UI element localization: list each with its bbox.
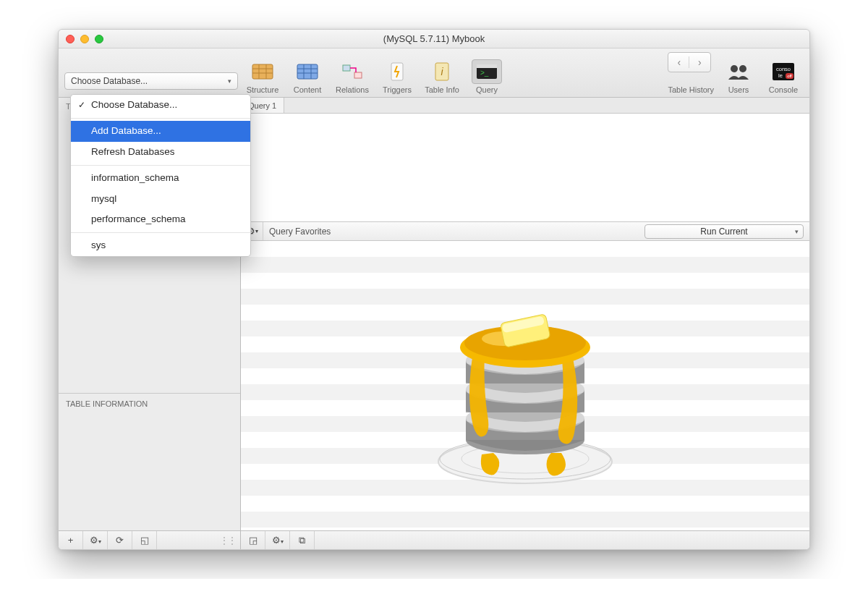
toolbar: Choose Database... ▾ Choose Database... …: [59, 48, 809, 98]
query-tabbar: Query 1: [241, 98, 809, 114]
dropdown-db-item[interactable]: sys: [71, 235, 250, 256]
svg-text:le: le: [778, 72, 783, 79]
dropdown-add-database[interactable]: Add Database...: [71, 121, 250, 142]
toolbar-table-info[interactable]: i Table Info: [422, 59, 462, 94]
svg-rect-10: [343, 65, 350, 71]
triggers-icon: [390, 62, 404, 81]
history-back-icon[interactable]: ‹: [669, 56, 689, 68]
toolbar-table-history-label: Table History: [668, 85, 714, 94]
maximize-window-button[interactable]: [95, 35, 103, 43]
relations-icon: [341, 63, 363, 80]
svg-rect-11: [354, 72, 362, 78]
results-area: [241, 241, 809, 530]
database-select-label: Choose Database...: [71, 76, 148, 86]
query-editor[interactable]: [241, 114, 809, 222]
gear-icon: ⚙︎▾: [90, 535, 101, 546]
plus-icon: +: [68, 535, 74, 546]
minimize-window-button[interactable]: [80, 35, 89, 43]
info-icon: i: [434, 62, 450, 81]
svg-point-19: [739, 65, 746, 72]
structure-icon: [252, 63, 273, 80]
database-select[interactable]: Choose Database... ▾: [64, 72, 238, 90]
svg-point-18: [731, 65, 738, 72]
footer-copy-button[interactable]: ⧉: [290, 531, 315, 549]
svg-rect-5: [297, 64, 318, 79]
app-window: (MySQL 5.7.11) Mybook Choose Database...…: [58, 29, 810, 550]
content-icon: [297, 63, 318, 80]
main-panel: Query 1 ⚙︎▾ Query Favorites Run Current: [241, 98, 809, 549]
titlebar: (MySQL 5.7.11) Mybook: [59, 30, 809, 48]
expand-icon: ◲: [249, 535, 258, 546]
panel-icon: ◱: [140, 535, 149, 546]
svg-text:>_: >_: [480, 69, 489, 77]
copy-icon: ⧉: [299, 535, 305, 546]
toolbar-relations[interactable]: Relations: [332, 59, 373, 94]
toolbar-users[interactable]: Users: [718, 59, 759, 94]
footer-gear-menu[interactable]: ⚙︎▾: [265, 531, 290, 549]
history-forward-icon[interactable]: ›: [689, 56, 710, 68]
table-information-label: TABLE INFORMATION: [66, 399, 148, 408]
dropdown-refresh-databases[interactable]: Refresh Databases: [71, 142, 250, 163]
console-icon: consoleoff: [772, 62, 795, 81]
svg-text:conso: conso: [776, 66, 791, 72]
toolbar-structure[interactable]: Structure: [242, 59, 283, 94]
database-dropdown: Choose Database... Add Database... Refre…: [70, 94, 251, 257]
toolbar-console[interactable]: consoleoff Console: [763, 59, 804, 94]
window-title: (MySQL 5.7.11) Mybook: [59, 33, 809, 44]
svg-rect-16: [477, 64, 497, 68]
sidebar-action-menu[interactable]: ⚙︎▾: [83, 531, 108, 549]
users-icon: [727, 62, 750, 81]
close-window-button[interactable]: [66, 35, 75, 43]
sidebar-footer: + ⚙︎▾ ⟳ ◱ ⋮⋮: [59, 530, 240, 549]
toolbar-triggers[interactable]: Triggers: [377, 59, 417, 94]
query-toolbar: ⚙︎▾ Query Favorites Run Current: [241, 222, 809, 241]
table-history-nav[interactable]: ‹ ›: [668, 52, 711, 72]
query-icon: >_: [476, 63, 498, 80]
svg-text:off: off: [787, 74, 792, 78]
dropdown-db-item[interactable]: performance_schema: [71, 209, 250, 230]
dropdown-db-item[interactable]: information_schema: [71, 168, 250, 189]
run-query-button[interactable]: Run Current: [644, 224, 804, 239]
toggle-panel-button[interactable]: ◱: [132, 531, 157, 549]
add-button[interactable]: +: [59, 531, 83, 549]
dropdown-choose-database[interactable]: Choose Database...: [71, 95, 250, 116]
chevron-down-icon: ▾: [228, 77, 231, 85]
refresh-button[interactable]: ⟳: [108, 531, 132, 549]
refresh-icon: ⟳: [116, 535, 124, 546]
main-footer: ◲ ⚙︎▾ ⧉: [241, 530, 809, 549]
resize-grip[interactable]: ⋮⋮: [216, 535, 240, 546]
svg-rect-0: [252, 64, 273, 79]
toolbar-content[interactable]: Content: [287, 59, 328, 94]
toolbar-query[interactable]: >_ Query: [467, 59, 507, 94]
gear-icon: ⚙︎▾: [272, 535, 284, 546]
pancake-icon: [417, 274, 634, 498]
footer-expand-button[interactable]: ◲: [241, 531, 265, 549]
table-information-panel: TABLE INFORMATION: [59, 393, 240, 530]
app-logo: [241, 241, 809, 530]
run-query-label: Run Current: [700, 226, 747, 237]
query-favorites-label[interactable]: Query Favorites: [269, 226, 331, 237]
traffic-lights: [66, 35, 103, 43]
dropdown-db-item[interactable]: mysql: [71, 189, 250, 210]
